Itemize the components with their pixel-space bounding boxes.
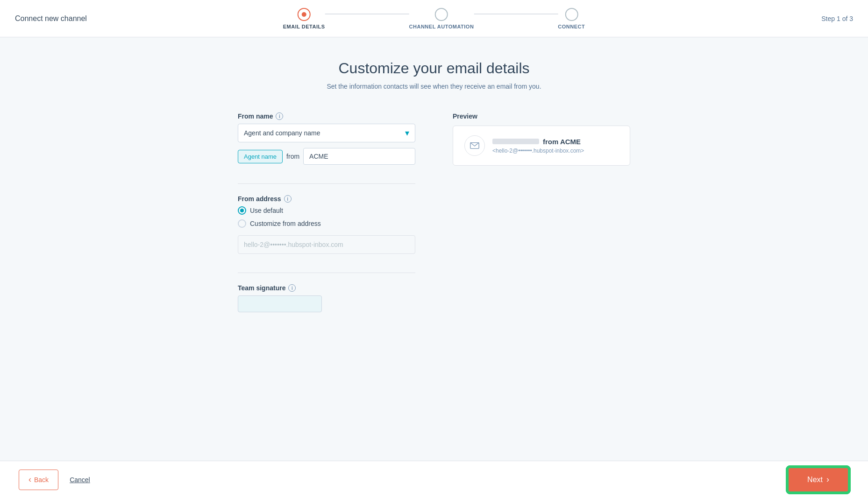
connect-new-channel-label: Connect new channel	[15, 14, 87, 23]
agent-name-badge: Agent name	[238, 150, 283, 163]
step-1-circle	[298, 8, 311, 21]
preview-email: <hello-2@•••••••.hubspot-inbox.com>	[492, 147, 584, 154]
cancel-button[interactable]: Cancel	[70, 476, 90, 484]
step-connector-1	[325, 14, 409, 14]
company-name-input[interactable]	[303, 148, 415, 165]
step-connect: CONNECT	[558, 8, 585, 29]
step-2-circle	[435, 8, 448, 21]
envelope-icon	[470, 140, 480, 151]
step-3-circle	[565, 8, 578, 21]
from-address-input	[238, 235, 415, 254]
email-icon-circle	[464, 135, 485, 156]
divider-2	[238, 273, 415, 273]
page-title: Customize your email details	[238, 60, 630, 77]
from-address-section: From address i Use default	[238, 195, 415, 254]
back-label: Back	[34, 476, 49, 484]
team-signature-section: Team signature i	[238, 284, 415, 312]
from-address-radio-group: Use default Customize from address	[238, 206, 415, 228]
bottom-left-actions: ‹ Back Cancel	[19, 470, 90, 490]
from-address-info-icon[interactable]: i	[284, 195, 292, 203]
top-nav: Connect new channel EMAIL DETAILS CHANNE…	[0, 0, 868, 37]
radio-customize[interactable]: Customize from address	[238, 219, 415, 228]
preview-text-block: from ACME <hello-2@•••••••.hubspot-inbox…	[492, 138, 584, 154]
from-name-info-icon[interactable]: i	[276, 112, 283, 120]
form-left: From name i Agent and company name ▾ Age…	[238, 112, 415, 322]
dropdown-arrow-icon: ▾	[405, 128, 409, 138]
preview-sender-line: from ACME	[492, 138, 584, 146]
step-1-label: EMAIL DETAILS	[283, 24, 325, 29]
back-button[interactable]: ‹ Back	[19, 470, 58, 490]
form-right: Preview from ACME <hello-2@•••••••.	[453, 112, 630, 166]
next-label: Next	[807, 476, 823, 484]
step-channel-automation: CHANNEL AUTOMATION	[409, 8, 474, 29]
chevron-left-icon: ‹	[28, 475, 31, 484]
step-progress: EMAIL DETAILS CHANNEL AUTOMATION CONNECT	[283, 8, 585, 29]
preview-label: Preview	[453, 112, 630, 120]
team-signature-info-icon[interactable]: i	[288, 284, 296, 292]
step-email-details: EMAIL DETAILS	[283, 8, 325, 29]
dropdown-selected-value: Agent and company name	[244, 129, 320, 137]
preview-box: from ACME <hello-2@•••••••.hubspot-inbox…	[453, 126, 630, 166]
from-name-label: From name i	[238, 112, 415, 120]
radio-use-default[interactable]: Use default	[238, 206, 415, 215]
radio-customize-label: Customize from address	[250, 220, 321, 227]
next-button[interactable]: Next ›	[787, 467, 849, 493]
main-content: Customize your email details Set the inf…	[0, 37, 868, 498]
next-chevron-icon: ›	[826, 475, 829, 484]
bottom-bar: ‹ Back Cancel Next ›	[0, 461, 868, 498]
team-signature-toggle[interactable]	[238, 295, 322, 312]
from-address-label: From address i	[238, 195, 415, 203]
preview-blurred-name	[492, 139, 539, 144]
form-container: Customize your email details Set the inf…	[219, 60, 649, 322]
step-2-label: CHANNEL AUTOMATION	[409, 24, 474, 29]
step-3-label: CONNECT	[558, 24, 585, 29]
preview-from-acme: from ACME	[543, 138, 581, 146]
page-subtitle: Set the information contacts will see wh…	[238, 83, 630, 90]
radio-use-default-circle	[238, 206, 246, 215]
team-signature-label: Team signature i	[238, 284, 415, 292]
divider-1	[238, 183, 415, 184]
form-row: From name i Agent and company name ▾ Age…	[238, 112, 630, 322]
from-name-row: Agent name from	[238, 148, 415, 165]
step-indicator: Step 1 of 3	[821, 15, 853, 22]
radio-use-default-label: Use default	[250, 207, 283, 214]
step-connector-2	[474, 14, 558, 14]
from-name-dropdown[interactable]: Agent and company name ▾	[238, 124, 415, 142]
radio-customize-circle	[238, 219, 246, 228]
from-text: from	[286, 153, 299, 160]
from-name-section: From name i Agent and company name ▾ Age…	[238, 112, 415, 165]
